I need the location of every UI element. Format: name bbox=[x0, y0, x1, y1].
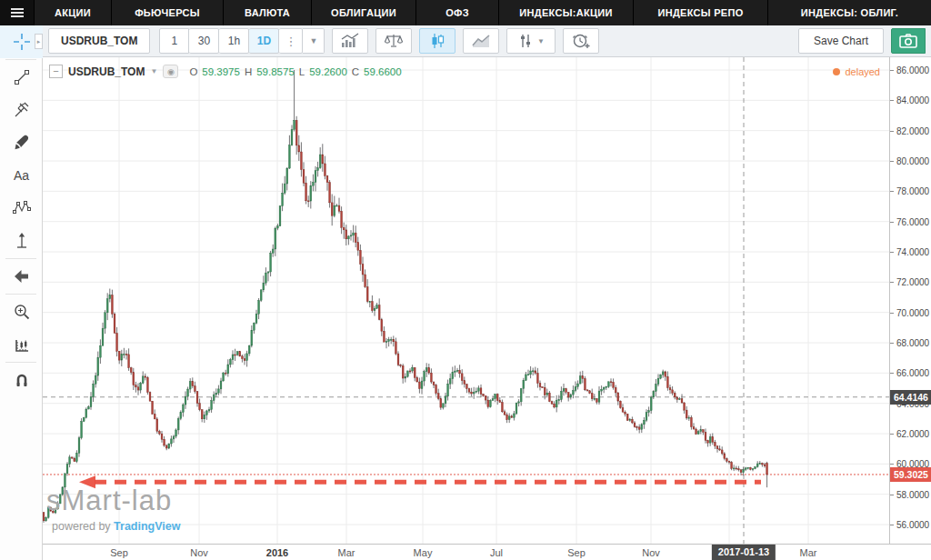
price-tick-label: 76.0000 bbox=[896, 217, 929, 227]
crosshair-date-label: 2017-01-13 bbox=[712, 545, 776, 560]
sidebar-collapse-handle[interactable]: ▸ bbox=[35, 34, 43, 49]
screenshot-button[interactable] bbox=[891, 28, 926, 54]
candlestick-canvas[interactable] bbox=[43, 57, 889, 544]
time-tick-label: Sep bbox=[567, 547, 586, 558]
interval-1h-button[interactable]: 1h bbox=[219, 28, 249, 54]
price-tick-label: 84.0000 bbox=[896, 95, 929, 105]
high-value: 59.8575 bbox=[256, 66, 295, 77]
magnet-icon bbox=[13, 371, 31, 389]
nav-item-indices-repo[interactable]: ИНДЕКСЫ РЕПО bbox=[633, 0, 767, 25]
candlestick-icon bbox=[427, 33, 447, 49]
interval-1d-button[interactable]: 1D bbox=[249, 28, 279, 54]
text-tool-icon: Aa bbox=[14, 168, 29, 183]
time-tick-label: Sep bbox=[110, 547, 128, 558]
nav-item-stocks[interactable]: АКЦИИ bbox=[34, 0, 111, 25]
close-value: 59.6600 bbox=[364, 66, 402, 77]
chart-legend: − USDRUB_TOM ▼ ◉ O 59.3975 H 59.8575 L 5… bbox=[49, 65, 402, 78]
brush-icon bbox=[13, 134, 31, 152]
price-tick-mark bbox=[890, 70, 894, 71]
powered-by-text: powered by bbox=[52, 520, 111, 533]
tool-zoom-in[interactable] bbox=[0, 295, 43, 328]
watermark: sMart-lab powered by TradingView bbox=[46, 485, 181, 533]
high-label: H bbox=[245, 66, 252, 77]
tool-back-arrow[interactable] bbox=[0, 260, 43, 293]
nav-item-indices-bonds[interactable]: ИНДЕКСЫ: ОБЛИГ. bbox=[767, 0, 931, 25]
compare-button[interactable] bbox=[375, 28, 412, 54]
legend-symbol[interactable]: USDRUB_TOM bbox=[68, 65, 145, 78]
price-tick-label: 58.0000 bbox=[896, 490, 929, 500]
price-tick-label: 78.0000 bbox=[896, 186, 929, 196]
trend-line-icon bbox=[13, 68, 31, 86]
price-tick-mark bbox=[890, 131, 894, 132]
measure-icon bbox=[13, 335, 31, 354]
line-style-button[interactable] bbox=[463, 28, 499, 54]
compare-scales-icon bbox=[384, 33, 404, 49]
nav-item-currency[interactable]: ВАЛЮТА bbox=[223, 0, 311, 25]
price-tick-label: 62.0000 bbox=[896, 429, 929, 439]
indicators-icon bbox=[340, 33, 360, 49]
price-tick-label: 56.0000 bbox=[896, 520, 929, 530]
indicators-button[interactable] bbox=[332, 28, 368, 54]
save-chart-button[interactable]: Save Chart bbox=[798, 28, 884, 54]
nav-item-futures[interactable]: ФЬЮЧЕРСЫ bbox=[111, 0, 223, 25]
price-tick-mark bbox=[890, 161, 894, 162]
price-tick-label: 72.0000 bbox=[896, 277, 929, 287]
price-tick-label: 80.0000 bbox=[896, 156, 929, 166]
time-axis[interactable]: SepNov2016MarMayJulSepNovMar2017-01-13 bbox=[43, 544, 931, 560]
tool-trend-line[interactable] bbox=[0, 61, 43, 94]
pitchfork-icon bbox=[13, 101, 31, 119]
tool-magnet[interactable] bbox=[0, 364, 43, 396]
symbol-button[interactable]: USDRUB_TOM bbox=[48, 28, 150, 54]
chevron-down-icon[interactable]: ▼ bbox=[150, 67, 157, 75]
delayed-text: delayed bbox=[845, 66, 880, 77]
alert-clock-icon bbox=[571, 33, 591, 50]
price-tick-mark bbox=[890, 525, 894, 525]
close-label: C bbox=[352, 66, 359, 77]
price-tick-mark bbox=[890, 464, 894, 465]
tool-forecast[interactable] bbox=[0, 225, 43, 257]
tool-brush[interactable] bbox=[0, 126, 43, 159]
price-tick-label: 70.0000 bbox=[896, 308, 929, 318]
forecast-icon bbox=[13, 232, 31, 250]
tradingview-brand[interactable]: TradingView bbox=[114, 520, 180, 533]
price-tick-label: 74.0000 bbox=[896, 247, 929, 257]
interval-1m-button[interactable]: 1 bbox=[159, 28, 189, 54]
tool-text[interactable]: Aa bbox=[0, 159, 43, 192]
chart-plot[interactable]: sMart-lab powered by TradingView − USDRU… bbox=[43, 57, 889, 544]
tool-measure[interactable] bbox=[0, 328, 43, 361]
watermark-powered-by: powered by TradingView bbox=[52, 520, 181, 533]
time-tick-label: 2016 bbox=[266, 547, 288, 558]
hamburger-icon bbox=[11, 8, 24, 17]
line-chart-icon bbox=[471, 33, 491, 49]
price-axis[interactable]: 86.000084.000082.000080.000078.000076.00… bbox=[889, 57, 931, 544]
interval-30m-button[interactable]: 30 bbox=[189, 28, 219, 54]
candles-style-button[interactable] bbox=[419, 28, 455, 54]
nav-item-bonds[interactable]: ОБЛИГАЦИИ bbox=[311, 0, 415, 25]
crosshair-icon bbox=[13, 33, 31, 51]
price-tick-mark bbox=[890, 373, 894, 374]
chart-properties-button[interactable]: ▼ bbox=[506, 28, 556, 54]
nav-item-ofz[interactable]: ОФЗ bbox=[415, 0, 498, 25]
menu-button[interactable] bbox=[0, 0, 34, 25]
watermark-title: sMart-lab bbox=[46, 485, 181, 517]
time-tick-label: May bbox=[414, 547, 433, 558]
price-tick-mark bbox=[890, 252, 894, 253]
legend-collapse-button[interactable]: − bbox=[49, 65, 63, 78]
low-label: L bbox=[299, 66, 305, 77]
time-tick-label: Jul bbox=[490, 547, 503, 558]
time-tick-label: Mar bbox=[338, 547, 355, 558]
interval-more-button[interactable]: ⋮ bbox=[279, 28, 303, 54]
nav-item-indices-stocks[interactable]: ИНДЕКСЫ:АКЦИИ bbox=[498, 0, 633, 25]
time-tick-label: Nov bbox=[190, 547, 208, 558]
legend-visibility-button[interactable]: ◉ bbox=[163, 65, 178, 78]
interval-dropdown-button[interactable]: ▼ bbox=[303, 28, 325, 54]
top-nav: АКЦИИ ФЬЮЧЕРСЫ ВАЛЮТА ОБЛИГАЦИИ ОФЗ ИНДЕ… bbox=[0, 0, 931, 25]
tool-pitchfork[interactable] bbox=[0, 94, 43, 126]
price-tick-label: 68.0000 bbox=[896, 338, 929, 348]
drawing-toolbar: Aa bbox=[0, 25, 43, 560]
price-tick-mark bbox=[890, 222, 894, 223]
sliders-icon bbox=[518, 33, 533, 49]
tool-xabcd-pattern[interactable] bbox=[0, 192, 43, 225]
add-alert-button[interactable] bbox=[563, 28, 599, 54]
price-tick-mark bbox=[890, 191, 894, 192]
